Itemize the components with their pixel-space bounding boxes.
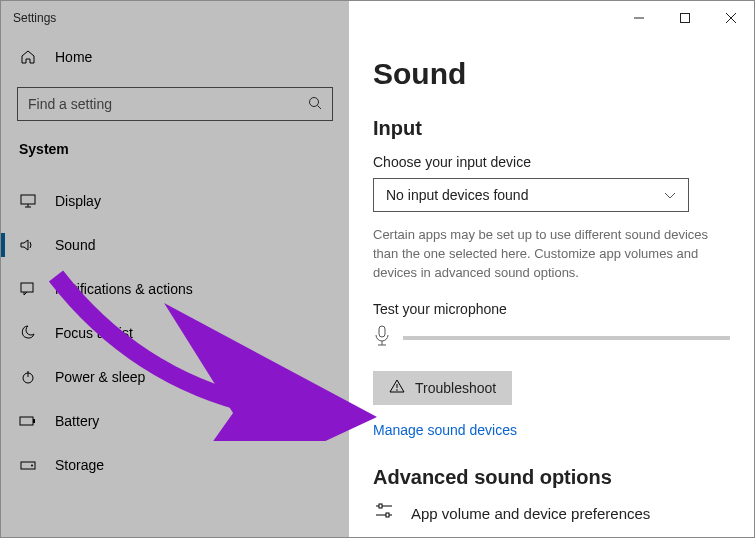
advanced-heading: Advanced sound options	[373, 466, 730, 489]
sliders-icon	[373, 503, 395, 524]
display-icon	[19, 194, 37, 208]
maximize-button[interactable]	[662, 3, 708, 33]
choose-input-label: Choose your input device	[373, 154, 730, 170]
sound-icon	[19, 238, 37, 252]
test-mic-label: Test your microphone	[373, 301, 730, 317]
svg-point-20	[396, 389, 398, 391]
focus-assist-icon	[19, 325, 37, 341]
input-device-selected: No input devices found	[386, 187, 528, 203]
sidebar-item-label: Sound	[55, 237, 95, 253]
notifications-icon	[19, 282, 37, 296]
input-helper-text: Certain apps may be set up to use differ…	[373, 226, 730, 283]
power-icon	[19, 369, 37, 385]
microphone-icon	[373, 325, 391, 351]
search-icon	[308, 96, 322, 113]
chevron-down-icon	[664, 187, 676, 203]
sidebar-section-label: System	[1, 133, 349, 165]
sidebar-item-notifications[interactable]: Notifications & actions	[1, 267, 349, 311]
window-title: Settings	[13, 11, 56, 25]
mic-level-bar	[403, 336, 730, 340]
sidebar-item-label: Power & sleep	[55, 369, 145, 385]
sidebar-item-label: Storage	[55, 457, 104, 473]
app-volume-item[interactable]: App volume and device preferences	[373, 503, 730, 524]
input-heading: Input	[373, 117, 730, 140]
sidebar-item-display[interactable]: Display	[1, 179, 349, 223]
svg-rect-24	[386, 513, 389, 517]
minimize-button[interactable]	[616, 3, 662, 33]
sidebar-item-label: Battery	[55, 413, 99, 429]
battery-icon	[19, 415, 37, 427]
svg-rect-1	[681, 14, 690, 23]
svg-rect-6	[21, 195, 35, 204]
svg-rect-22	[379, 504, 382, 508]
home-icon	[19, 49, 37, 65]
search-input[interactable]: Find a setting	[17, 87, 333, 121]
sidebar-item-battery[interactable]: Battery	[1, 399, 349, 443]
input-device-select[interactable]: No input devices found	[373, 178, 689, 212]
svg-line-5	[318, 105, 322, 109]
page-title: Sound	[373, 57, 730, 91]
sidebar-item-label: Notifications & actions	[55, 281, 193, 297]
sidebar-home-label: Home	[55, 49, 92, 65]
svg-rect-12	[20, 417, 33, 425]
sidebar-item-focus-assist[interactable]: Focus assist	[1, 311, 349, 355]
sidebar-home[interactable]: Home	[1, 35, 349, 79]
svg-point-4	[310, 97, 319, 106]
troubleshoot-button[interactable]: Troubleshoot	[373, 371, 512, 405]
svg-rect-13	[33, 419, 35, 423]
svg-rect-9	[21, 283, 33, 292]
sidebar-item-label: Display	[55, 193, 101, 209]
close-button[interactable]	[708, 3, 754, 33]
sidebar-item-label: Focus assist	[55, 325, 133, 341]
sidebar-item-power-sleep[interactable]: Power & sleep	[1, 355, 349, 399]
troubleshoot-label: Troubleshoot	[415, 380, 496, 396]
search-placeholder: Find a setting	[28, 96, 112, 112]
app-volume-label: App volume and device preferences	[411, 505, 650, 522]
warning-icon	[389, 379, 405, 396]
svg-point-15	[31, 465, 33, 467]
manage-sound-devices-link[interactable]: Manage sound devices	[373, 422, 517, 438]
sidebar-item-storage[interactable]: Storage	[1, 443, 349, 487]
svg-rect-16	[379, 326, 385, 337]
storage-icon	[19, 459, 37, 471]
sidebar-item-sound[interactable]: Sound	[1, 223, 349, 267]
